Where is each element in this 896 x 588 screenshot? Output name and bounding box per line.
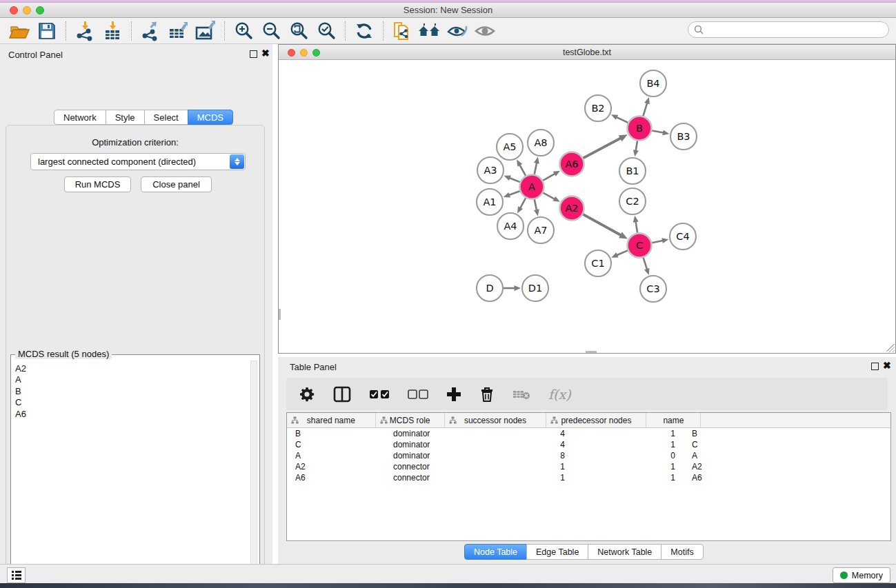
tab-style[interactable]: Style	[106, 110, 145, 125]
graph-edge[interactable]	[652, 130, 664, 132]
tab-mcds[interactable]: MCDS	[188, 110, 233, 125]
column-header-name[interactable]: name	[646, 413, 701, 427]
zoom-out-icon[interactable]	[257, 19, 285, 43]
table-cell[interactable]: B	[287, 428, 385, 439]
table-cell[interactable]: A6	[287, 472, 385, 483]
table-cell[interactable]: C	[684, 439, 744, 450]
tab-network-table[interactable]: Network Table	[588, 544, 661, 560]
table-cell[interactable]: 1	[573, 439, 684, 450]
table-cell[interactable]: A2	[287, 461, 385, 472]
criterion-select[interactable]: largest connected component (directed)	[30, 153, 246, 170]
graph-edge[interactable]	[652, 241, 663, 243]
table-row[interactable]: Bdominator41B	[287, 428, 890, 439]
show-all-icon[interactable]	[471, 19, 499, 43]
mcds-result-list[interactable]: A2ABCA6	[12, 361, 250, 588]
tab-select[interactable]: Select	[144, 110, 188, 125]
function-builder-icon[interactable]: f(x)	[548, 383, 571, 406]
result-item[interactable]: A2	[15, 363, 250, 374]
result-item[interactable]: B	[15, 386, 250, 397]
float-table-panel-icon[interactable]	[871, 363, 879, 370]
graph-edge[interactable]	[535, 199, 537, 210]
graph-edge[interactable]	[644, 258, 647, 270]
graph-edge[interactable]	[583, 138, 621, 158]
table-cell[interactable]: 1	[461, 461, 573, 472]
table-cell[interactable]: 1	[573, 461, 684, 472]
node-table[interactable]: shared nameMCDS rolesuccessor nodesprede…	[286, 412, 891, 541]
graph-edge[interactable]	[509, 191, 520, 195]
tab-motifs[interactable]: Motifs	[661, 544, 703, 560]
refresh-icon[interactable]	[350, 19, 378, 43]
graph-edge[interactable]	[520, 198, 526, 208]
export-table-icon[interactable]	[164, 19, 192, 43]
table-cell[interactable]: A	[684, 450, 744, 461]
table-cell[interactable]: B	[684, 428, 744, 439]
zoom-fit-icon[interactable]	[285, 19, 312, 43]
graph-edge[interactable]	[643, 103, 647, 116]
graph-edge[interactable]	[636, 221, 638, 233]
table-cell[interactable]: A6	[684, 472, 744, 483]
resize-grip-icon[interactable]	[886, 344, 895, 352]
deselect-all-icon[interactable]	[408, 383, 428, 406]
table-cell[interactable]: A2	[684, 461, 744, 472]
network-window-titlebar[interactable]: testGlobe.txt	[279, 45, 895, 60]
table-cell[interactable]: 1	[573, 472, 684, 483]
graph-edge[interactable]	[543, 193, 555, 199]
graph-edge[interactable]	[583, 214, 621, 235]
gear-icon[interactable]	[299, 383, 315, 406]
column-header-MCDS-role[interactable]: MCDS role	[376, 413, 445, 427]
split-columns-icon[interactable]	[333, 383, 351, 406]
table-cell[interactable]: dominator	[385, 439, 461, 450]
select-all-icon[interactable]	[369, 383, 390, 406]
table-cell[interactable]: 4	[461, 428, 573, 439]
close-panel-icon[interactable]: ✖	[261, 48, 270, 59]
task-history-button[interactable]	[7, 567, 26, 583]
import-network-icon[interactable]	[71, 19, 99, 43]
graph-edge[interactable]	[617, 250, 628, 255]
import-table-icon[interactable]	[99, 19, 126, 43]
graph-edge[interactable]	[535, 163, 537, 174]
table-row[interactable]: Adominator80A	[287, 450, 890, 461]
graph-edge[interactable]	[519, 165, 526, 176]
table-cell[interactable]: dominator	[385, 428, 461, 439]
tab-node-table[interactable]: Node Table	[464, 544, 527, 560]
hide-selected-icon[interactable]	[444, 19, 471, 43]
table-cell[interactable]: connector	[385, 472, 461, 483]
zoom-selected-icon[interactable]	[312, 19, 340, 43]
zoom-in-icon[interactable]	[230, 19, 257, 43]
clone-network-icon[interactable]	[388, 19, 416, 43]
table-row[interactable]: A2connector11A2	[287, 461, 890, 472]
search-input[interactable]	[688, 21, 889, 38]
result-scrollbar[interactable]	[250, 361, 257, 588]
table-cell[interactable]: 8	[461, 450, 573, 461]
tab-edge-table[interactable]: Edge Table	[526, 544, 588, 560]
first-neighbors-icon[interactable]	[416, 19, 444, 43]
tab-network[interactable]: Network	[54, 110, 106, 125]
vertical-scroll-mark[interactable]	[279, 309, 281, 320]
column-header-shared-name[interactable]: shared name	[287, 413, 376, 427]
save-session-icon[interactable]	[33, 19, 61, 43]
graph-edge[interactable]	[543, 174, 555, 181]
graph-edge[interactable]	[509, 178, 519, 182]
table-cell[interactable]: 4	[461, 439, 573, 450]
result-item[interactable]: A6	[15, 409, 250, 420]
graph-edge[interactable]	[617, 117, 628, 123]
column-header-predecessor-nodes[interactable]: predecessor nodes	[546, 413, 646, 427]
run-mcds-button[interactable]: Run MCDS	[64, 176, 131, 192]
result-item[interactable]: A	[15, 374, 250, 385]
graph-edge[interactable]	[636, 141, 637, 151]
close-panel-button[interactable]: Close panel	[141, 176, 212, 192]
table-cell[interactable]: 0	[573, 450, 684, 461]
table-row[interactable]: A6connector11A6	[287, 472, 890, 483]
delete-table-icon[interactable]	[512, 383, 530, 406]
add-column-icon[interactable]	[446, 383, 461, 406]
table-cell[interactable]: dominator	[385, 450, 461, 461]
table-cell[interactable]: 1	[573, 428, 684, 439]
open-file-icon[interactable]	[6, 19, 33, 43]
table-cell[interactable]: A	[287, 450, 385, 461]
export-image-icon[interactable]	[192, 19, 219, 43]
network-canvas[interactable]: AA6A2BCA5A8A3A1A4A7B2B4B3B1C2C4C1C3DD1	[279, 61, 895, 353]
horizontal-scroll-mark[interactable]	[586, 351, 597, 353]
delete-icon[interactable]	[479, 383, 495, 406]
memory-button[interactable]: Memory	[833, 567, 890, 583]
column-header-successor-nodes[interactable]: successor nodes	[445, 413, 547, 427]
